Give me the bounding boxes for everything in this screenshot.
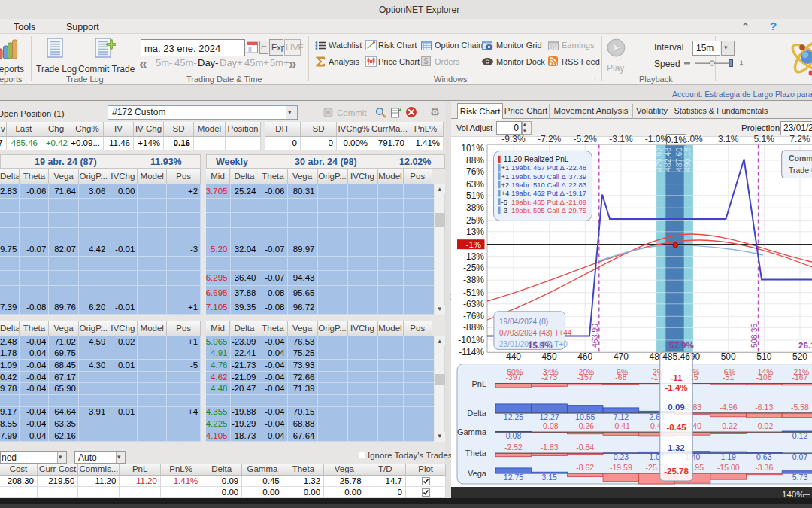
svg-text:-25%: -25%	[463, 263, 484, 273]
svg-text:22.83: 22.83	[568, 181, 586, 189]
svg-text:487.60: 487.60	[674, 148, 683, 172]
svg-text:+4: +4	[501, 189, 510, 197]
svg-text:63%: 63%	[466, 179, 484, 190]
svg-text:19abr. 510 Call Δ: 19abr. 510 Call Δ	[511, 181, 567, 189]
svg-text:37.39: 37.39	[568, 172, 586, 181]
svg-text:-0.22: -0.22	[720, 421, 738, 430]
svg-text:463.90: 463.90	[590, 324, 599, 348]
svg-text:-0.41: -0.41	[612, 421, 630, 430]
svg-text:25%: 25%	[466, 215, 484, 226]
svg-text:0.08: 0.08	[506, 431, 522, 440]
svg-text:+1: +1	[501, 172, 510, 181]
svg-text:485.46: 485.46	[662, 351, 690, 362]
svg-text:+2: +2	[501, 181, 510, 189]
svg-text:-8.62: -8.62	[576, 463, 594, 472]
svg-text:-5: -5	[501, 198, 508, 206]
svg-text:10.55: 10.55	[575, 412, 595, 421]
svg-text:460: 460	[577, 351, 592, 362]
svg-text:-1.0%: -1.0%	[645, 134, 669, 144]
svg-text:-0.08: -0.08	[541, 421, 559, 430]
svg-text:-19.59: -19.59	[610, 463, 632, 472]
svg-text:19abr. 500 Call Δ: 19abr. 500 Call Δ	[511, 172, 567, 181]
svg-text:-0.02: -0.02	[755, 421, 773, 430]
svg-text:12.27: 12.27	[539, 412, 559, 421]
svg-text:38%: 38%	[466, 202, 484, 213]
svg-text:0.23: 0.23	[614, 452, 629, 461]
svg-text:-4.96: -4.96	[720, 403, 738, 412]
svg-text:57.9%: 57.9%	[669, 341, 694, 350]
svg-text:76%: 76%	[466, 166, 484, 177]
svg-text:-88%: -88%	[463, 322, 484, 333]
svg-text:-114%: -114%	[459, 347, 484, 357]
svg-text:-9.3%: -9.3%	[501, 134, 526, 144]
svg-text:Comme: Comme	[789, 154, 812, 163]
svg-text:0.1%: 0.1%	[666, 135, 687, 145]
svg-text:-3: -3	[501, 206, 508, 214]
svg-text:-108: -108	[756, 373, 772, 382]
svg-text:-5.58: -5.58	[791, 403, 809, 412]
svg-text:-397: -397	[505, 373, 521, 382]
svg-text:-11.20 Realized PnL: -11.20 Realized PnL	[501, 155, 569, 163]
svg-text:-167: -167	[792, 373, 807, 382]
svg-text:-3.1%: -3.1%	[609, 134, 633, 144]
svg-text:15.9%: 15.9%	[528, 341, 553, 350]
svg-text:-51: -51	[723, 373, 734, 382]
svg-text:-76%: -76%	[463, 311, 484, 321]
svg-text:19abr. 505 Call Δ: 19abr. 505 Call Δ	[511, 206, 567, 214]
svg-text:490.16: 490.16	[683, 148, 692, 172]
svg-text:101%: 101%	[461, 143, 484, 154]
svg-text:-19.17: -19.17	[566, 189, 586, 197]
svg-text:+1: +1	[501, 163, 510, 172]
svg-text:Gamma: Gamma	[457, 427, 487, 437]
svg-text:Vega: Vega	[468, 469, 487, 478]
svg-text:29.75: 29.75	[568, 206, 586, 214]
svg-text:3.1%: 3.1%	[718, 134, 739, 144]
svg-text:-13%: -13%	[463, 251, 484, 262]
svg-text:51%: 51%	[466, 190, 484, 201]
svg-text:-273: -273	[541, 373, 557, 382]
svg-text:-51%: -51%	[463, 287, 484, 298]
svg-text:470: 470	[614, 351, 629, 362]
svg-text:-15.00: -15.00	[717, 463, 740, 472]
svg-text:-0.26: -0.26	[576, 421, 594, 430]
svg-text:0.09: 0.09	[668, 403, 684, 412]
svg-text:-11: -11	[671, 373, 683, 382]
svg-text:-3.36: -3.36	[755, 463, 773, 472]
svg-text:440: 440	[506, 351, 521, 362]
svg-text:19/04/2024 (0): 19/04/2024 (0)	[499, 318, 548, 326]
svg-text:-101%: -101%	[458, 335, 484, 345]
svg-text:26.1: 26.1	[798, 341, 812, 350]
svg-text:13%: 13%	[466, 227, 484, 237]
svg-text:0.12: 0.12	[792, 431, 808, 440]
svg-text:1.19: 1.19	[720, 452, 736, 461]
svg-text:7.12: 7.12	[614, 412, 629, 421]
svg-text:-1.83: -1.83	[541, 443, 559, 452]
svg-text:0.63: 0.63	[756, 452, 772, 461]
svg-text:07/03/2024 (43) T+44: 07/03/2024 (43) T+44	[499, 329, 572, 337]
svg-text:-25.78: -25.78	[664, 467, 689, 476]
svg-text:-22.48: -22.48	[566, 163, 586, 172]
svg-text:-1.4%: -1.4%	[665, 383, 687, 392]
svg-text:5.1%: 5.1%	[754, 134, 775, 144]
svg-text:450: 450	[542, 351, 557, 362]
svg-text:7.2%: 7.2%	[789, 134, 810, 144]
svg-text:Trade O: Trade O	[789, 166, 812, 175]
svg-text:$: $	[424, 57, 429, 65]
svg-text:479.92: 479.92	[655, 148, 664, 172]
svg-text:12.25: 12.25	[504, 412, 523, 421]
svg-text:PnL: PnL	[471, 379, 486, 388]
svg-text:19abr. 467 Put Δ: 19abr. 467 Put Δ	[511, 163, 565, 172]
svg-text:5.73: 5.73	[792, 473, 808, 482]
svg-text:520: 520	[792, 351, 807, 362]
svg-text:-0.84: -0.84	[576, 443, 594, 452]
svg-text:-6.13: -6.13	[755, 403, 773, 412]
svg-text:1.32: 1.32	[668, 443, 684, 452]
svg-text:-38%: -38%	[463, 275, 484, 285]
svg-text:508.35: 508.35	[750, 324, 759, 348]
svg-text:482.48: 482.48	[663, 148, 672, 172]
svg-text:88%: 88%	[466, 155, 484, 166]
svg-text:19abr. 465 Put Δ: 19abr. 465 Put Δ	[511, 198, 565, 206]
svg-text:-0.45: -0.45	[666, 423, 686, 432]
svg-text:-1%: -1%	[466, 240, 481, 249]
svg-text:19abr. 462 Put Δ: 19abr. 462 Put Δ	[511, 189, 565, 197]
